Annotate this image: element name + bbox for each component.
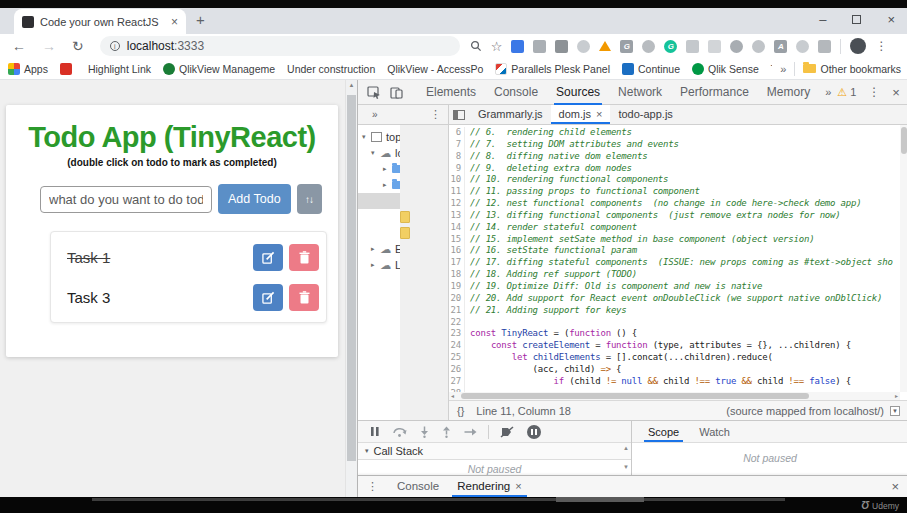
device-toolbar-icon[interactable] [390, 86, 403, 99]
scrollbar-thumb[interactable] [347, 95, 356, 461]
scope-tab[interactable]: Scope [638, 421, 689, 442]
extension-icon[interactable] [533, 40, 546, 53]
forward-icon[interactable]: → [42, 38, 56, 54]
editor-file-tab[interactable]: Grammarly.js × [470, 105, 551, 124]
line-number[interactable]: 9 [449, 163, 465, 175]
line-number[interactable]: 18 [449, 269, 465, 281]
bookmark-item[interactable]: Qlik Sense [692, 63, 759, 75]
deactivate-breakpoints-icon[interactable] [500, 426, 514, 438]
extension-icon[interactable]: A [774, 40, 787, 53]
devtools-tab[interactable]: Elements [417, 80, 485, 104]
extension-icon[interactable] [818, 40, 831, 53]
site-info-icon[interactable]: i [110, 41, 120, 51]
line-number[interactable]: 8 [449, 151, 465, 163]
line-number[interactable]: 7 [449, 139, 465, 151]
extension-icon[interactable] [752, 40, 765, 53]
new-tab-button[interactable]: + [196, 11, 205, 28]
bookmark-item[interactable]: Highlight Link [88, 63, 151, 75]
bookmark-item[interactable]: Parallels Plesk Panel [495, 63, 610, 75]
step-icon[interactable] [464, 427, 477, 437]
step-over-icon[interactable] [393, 426, 407, 437]
edit-task-button[interactable] [253, 284, 283, 311]
url-input[interactable]: i localhost:3333 [100, 36, 460, 56]
line-number[interactable]: 23 [449, 328, 465, 340]
drawer-close-icon[interactable]: × [891, 479, 899, 494]
editor-horizontal-scrollbar[interactable]: ◂ ▸ [449, 392, 900, 400]
editor-vscroll-thumb[interactable] [901, 127, 907, 154]
line-number[interactable]: 14 [449, 222, 465, 234]
devtools-close-icon[interactable]: × [892, 85, 900, 100]
line-number[interactable]: 11 [449, 186, 465, 198]
tree-arrow-icon[interactable]: ▾ [371, 149, 380, 157]
editor-vertical-scrollbar[interactable] [900, 125, 907, 392]
call-stack-header[interactable]: ▾ Call Stack [358, 443, 631, 460]
line-number[interactable]: 6 [449, 127, 465, 139]
todo-input[interactable] [40, 186, 212, 213]
extension-icon[interactable] [686, 40, 699, 53]
scope-tab[interactable]: Watch [689, 421, 740, 442]
line-number[interactable]: 12 [449, 198, 465, 210]
extension-icon[interactable] [577, 40, 590, 53]
profile-avatar[interactable] [850, 38, 866, 54]
delete-task-button[interactable] [289, 284, 319, 311]
line-number[interactable]: 22 [449, 317, 465, 329]
bookmark-star-icon[interactable]: ☆ [491, 39, 503, 54]
inspect-element-icon[interactable] [367, 86, 381, 99]
file-tree-item[interactable]: (index) [358, 193, 448, 209]
search-icon[interactable] [470, 40, 482, 52]
reload-icon[interactable]: ↻ [72, 38, 84, 54]
bookmark-item[interactable]: Apps [8, 63, 48, 75]
line-number[interactable]: 13 [449, 210, 465, 222]
step-out-icon[interactable] [442, 426, 451, 438]
extension-icon[interactable] [730, 40, 743, 53]
source-map-icon[interactable]: ▼ [890, 406, 900, 416]
line-number[interactable]: 24 [449, 340, 465, 352]
tree-arrow-icon[interactable]: ▾ [362, 133, 371, 141]
hscroll-left-icon[interactable]: ◂ [451, 392, 454, 400]
navigator-more-tabs-icon[interactable]: » [372, 109, 378, 120]
drawer-tab-close-icon[interactable]: × [515, 476, 521, 497]
line-number[interactable]: 27 [449, 376, 465, 388]
callstack-scroll-down-icon[interactable]: ▼ [623, 464, 629, 470]
toggle-navigator-icon[interactable] [453, 110, 465, 120]
more-tabs-icon[interactable]: » [819, 86, 837, 98]
scrollbar-up-icon[interactable]: ▲ [346, 82, 357, 88]
line-number[interactable]: 17 [449, 257, 465, 269]
bookmarks-overflow-icon[interactable]: » [780, 63, 786, 75]
other-bookmarks[interactable]: Other bookmarks [803, 63, 901, 75]
drawer-tab[interactable]: Console × [388, 476, 448, 497]
file-tab-close-icon[interactable]: × [596, 105, 602, 124]
line-number[interactable]: 20 [449, 293, 465, 305]
line-number[interactable]: 19 [449, 281, 465, 293]
line-number[interactable]: 15 [449, 234, 465, 246]
bookmark-item[interactable]: Continue [622, 63, 680, 75]
sort-button[interactable]: ↑↓ [297, 184, 322, 214]
add-todo-button[interactable]: Add Todo [218, 184, 291, 214]
tree-arrow-icon[interactable]: ▸ [383, 181, 392, 189]
tree-arrow-icon[interactable]: ▸ [371, 261, 380, 269]
line-number[interactable]: 10 [449, 174, 465, 186]
back-icon[interactable]: ← [12, 38, 26, 54]
warning-badge[interactable]: ⚠ 1 [837, 86, 856, 99]
extension-icon[interactable] [511, 40, 524, 53]
browser-menu-icon[interactable]: ⋮ [875, 39, 887, 53]
callstack-scroll-up-icon[interactable]: ▲ [623, 445, 629, 451]
extension-icon[interactable] [796, 40, 809, 53]
extension-icon[interactable] [599, 41, 611, 51]
devtools-tab[interactable]: Sources [547, 80, 609, 104]
bookmark-item[interactable]: QlikView Manageme [163, 63, 275, 75]
bookmark-item[interactable]: Under construction [287, 63, 375, 75]
delete-task-button[interactable] [289, 244, 319, 271]
drawer-tab[interactable]: Rendering × [448, 476, 531, 497]
tree-arrow-icon[interactable]: ▸ [371, 245, 380, 253]
line-number[interactable]: 25 [449, 352, 465, 364]
devtools-tab[interactable]: Memory [758, 80, 819, 104]
navigator-menu-icon[interactable]: ⋮ [430, 108, 441, 121]
devtools-tab[interactable]: Console [485, 80, 547, 104]
hscroll-right-icon[interactable]: ▸ [895, 392, 898, 400]
code-editor[interactable]: 6 // 6. rendering child elements 7 // 7.… [449, 125, 907, 400]
browser-tab[interactable]: Code your own ReactJS × [14, 9, 186, 34]
line-number[interactable]: 26 [449, 364, 465, 376]
editor-file-tab[interactable]: todo-app.js × [610, 105, 680, 124]
edit-task-button[interactable] [253, 244, 283, 271]
